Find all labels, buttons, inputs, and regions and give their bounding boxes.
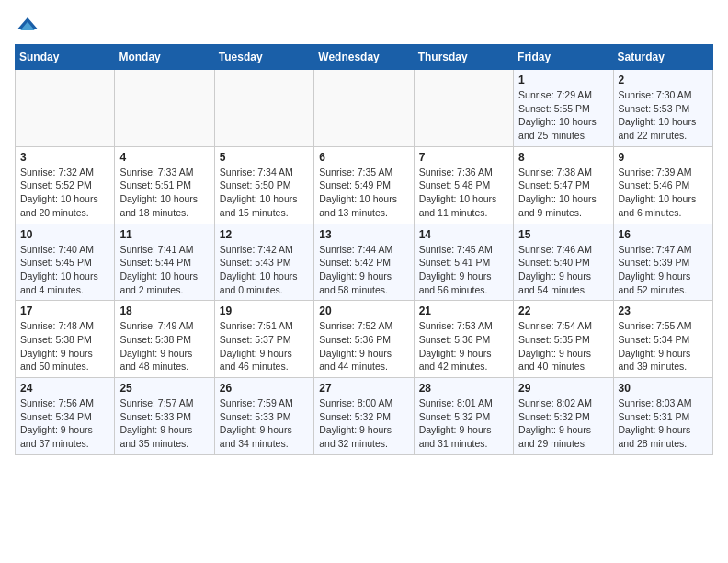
day-number: 28	[419, 382, 508, 395]
calendar-cell	[314, 70, 414, 147]
day-info: Sunrise: 7:44 AM Sunset: 5:42 PM Dayligh…	[319, 243, 408, 297]
day-number: 10	[20, 228, 109, 241]
calendar-cell: 28Sunrise: 8:01 AM Sunset: 5:32 PM Dayli…	[414, 378, 513, 455]
weekday-header-thursday: Thursday	[414, 45, 513, 70]
calendar-cell	[414, 70, 513, 147]
day-info: Sunrise: 7:46 AM Sunset: 5:40 PM Dayligh…	[518, 243, 608, 297]
day-info: Sunrise: 8:02 AM Sunset: 5:32 PM Dayligh…	[518, 396, 608, 451]
day-number: 16	[619, 228, 708, 241]
day-number: 27	[319, 382, 408, 395]
day-number: 23	[619, 304, 708, 317]
weekday-header-monday: Monday	[115, 45, 214, 70]
day-number: 17	[20, 304, 109, 317]
day-info: Sunrise: 7:39 AM Sunset: 5:46 PM Dayligh…	[619, 166, 708, 220]
calendar-cell: 6Sunrise: 7:35 AM Sunset: 5:49 PM Daylig…	[314, 146, 414, 224]
calendar-cell: 16Sunrise: 7:47 AM Sunset: 5:39 PM Dayli…	[613, 224, 712, 301]
day-info: Sunrise: 7:29 AM Sunset: 5:55 PM Dayligh…	[518, 88, 608, 143]
calendar-week-3: 10Sunrise: 7:40 AM Sunset: 5:45 PM Dayli…	[16, 224, 713, 301]
calendar-cell: 13Sunrise: 7:44 AM Sunset: 5:42 PM Dayli…	[314, 224, 414, 301]
day-number: 24	[20, 382, 109, 395]
logo	[15, 15, 44, 40]
day-number: 6	[319, 151, 408, 164]
day-info: Sunrise: 7:49 AM Sunset: 5:38 PM Dayligh…	[119, 319, 209, 373]
day-info: Sunrise: 7:57 AM Sunset: 5:33 PM Dayligh…	[119, 396, 209, 451]
calendar-cell: 14Sunrise: 7:45 AM Sunset: 5:41 PM Dayli…	[414, 224, 513, 301]
day-number: 11	[119, 228, 209, 241]
calendar-cell: 27Sunrise: 8:00 AM Sunset: 5:32 PM Dayli…	[314, 378, 414, 455]
calendar-cell: 18Sunrise: 7:49 AM Sunset: 5:38 PM Dayli…	[115, 301, 214, 378]
day-info: Sunrise: 7:34 AM Sunset: 5:50 PM Dayligh…	[220, 166, 309, 220]
day-info: Sunrise: 7:53 AM Sunset: 5:36 PM Dayligh…	[419, 319, 508, 373]
day-info: Sunrise: 7:48 AM Sunset: 5:38 PM Dayligh…	[20, 319, 109, 373]
day-info: Sunrise: 7:52 AM Sunset: 5:36 PM Dayligh…	[319, 319, 408, 373]
weekday-header-tuesday: Tuesday	[214, 45, 313, 70]
calendar-cell: 4Sunrise: 7:33 AM Sunset: 5:51 PM Daylig…	[115, 146, 214, 224]
calendar-cell: 23Sunrise: 7:55 AM Sunset: 5:34 PM Dayli…	[613, 301, 712, 378]
calendar-week-4: 17Sunrise: 7:48 AM Sunset: 5:38 PM Dayli…	[16, 301, 713, 378]
logo-icon	[15, 15, 40, 40]
day-info: Sunrise: 7:56 AM Sunset: 5:34 PM Dayligh…	[20, 396, 109, 451]
day-number: 1	[518, 74, 608, 86]
day-info: Sunrise: 7:33 AM Sunset: 5:51 PM Dayligh…	[119, 166, 209, 220]
day-info: Sunrise: 7:51 AM Sunset: 5:37 PM Dayligh…	[220, 319, 309, 373]
day-number: 15	[518, 228, 608, 241]
calendar-cell: 9Sunrise: 7:39 AM Sunset: 5:46 PM Daylig…	[613, 146, 712, 224]
day-number: 19	[220, 304, 309, 317]
calendar-cell: 15Sunrise: 7:46 AM Sunset: 5:40 PM Dayli…	[514, 224, 613, 301]
day-info: Sunrise: 7:35 AM Sunset: 5:49 PM Dayligh…	[319, 166, 408, 220]
day-info: Sunrise: 8:03 AM Sunset: 5:31 PM Dayligh…	[619, 396, 708, 451]
calendar-cell: 30Sunrise: 8:03 AM Sunset: 5:31 PM Dayli…	[613, 378, 712, 455]
day-info: Sunrise: 8:01 AM Sunset: 5:32 PM Dayligh…	[419, 396, 508, 451]
calendar-body: 1Sunrise: 7:29 AM Sunset: 5:55 PM Daylig…	[16, 70, 713, 455]
calendar-cell: 19Sunrise: 7:51 AM Sunset: 5:37 PM Dayli…	[214, 301, 313, 378]
calendar-cell: 26Sunrise: 7:59 AM Sunset: 5:33 PM Dayli…	[214, 378, 313, 455]
day-number: 8	[518, 151, 608, 164]
calendar-table: SundayMondayTuesdayWednesdayThursdayFrid…	[15, 44, 713, 455]
day-number: 2	[619, 74, 708, 86]
weekday-header-row: SundayMondayTuesdayWednesdayThursdayFrid…	[16, 45, 713, 70]
day-number: 14	[419, 228, 508, 241]
day-info: Sunrise: 7:42 AM Sunset: 5:43 PM Dayligh…	[220, 243, 309, 297]
day-info: Sunrise: 7:47 AM Sunset: 5:39 PM Dayligh…	[619, 243, 708, 297]
day-info: Sunrise: 7:45 AM Sunset: 5:41 PM Dayligh…	[419, 243, 508, 297]
day-number: 12	[220, 228, 309, 241]
day-number: 30	[619, 382, 708, 395]
page-header	[15, 15, 713, 40]
day-number: 25	[119, 382, 209, 395]
weekday-header-friday: Friday	[514, 45, 613, 70]
day-number: 9	[619, 151, 708, 164]
day-number: 29	[518, 382, 608, 395]
calendar-cell: 25Sunrise: 7:57 AM Sunset: 5:33 PM Dayli…	[115, 378, 214, 455]
day-info: Sunrise: 7:59 AM Sunset: 5:33 PM Dayligh…	[220, 396, 309, 451]
calendar-cell: 20Sunrise: 7:52 AM Sunset: 5:36 PM Dayli…	[314, 301, 414, 378]
day-number: 5	[220, 151, 309, 164]
day-info: Sunrise: 7:30 AM Sunset: 5:53 PM Dayligh…	[619, 88, 708, 143]
day-info: Sunrise: 7:36 AM Sunset: 5:48 PM Dayligh…	[419, 166, 508, 220]
day-number: 21	[419, 304, 508, 317]
weekday-header-wednesday: Wednesday	[314, 45, 414, 70]
day-info: Sunrise: 7:38 AM Sunset: 5:47 PM Dayligh…	[518, 166, 608, 220]
calendar-week-5: 24Sunrise: 7:56 AM Sunset: 5:34 PM Dayli…	[16, 378, 713, 455]
calendar-cell	[16, 70, 115, 147]
weekday-header-sunday: Sunday	[16, 45, 115, 70]
calendar-cell: 12Sunrise: 7:42 AM Sunset: 5:43 PM Dayli…	[214, 224, 313, 301]
day-info: Sunrise: 7:54 AM Sunset: 5:35 PM Dayligh…	[518, 319, 608, 373]
calendar-cell: 1Sunrise: 7:29 AM Sunset: 5:55 PM Daylig…	[514, 70, 613, 147]
calendar-cell: 8Sunrise: 7:38 AM Sunset: 5:47 PM Daylig…	[514, 146, 613, 224]
calendar-header: SundayMondayTuesdayWednesdayThursdayFrid…	[16, 45, 713, 70]
day-number: 3	[20, 151, 109, 164]
day-number: 7	[419, 151, 508, 164]
calendar-week-2: 3Sunrise: 7:32 AM Sunset: 5:52 PM Daylig…	[16, 146, 713, 224]
calendar-cell: 2Sunrise: 7:30 AM Sunset: 5:53 PM Daylig…	[613, 70, 712, 147]
day-info: Sunrise: 7:55 AM Sunset: 5:34 PM Dayligh…	[619, 319, 708, 373]
calendar-cell	[115, 70, 214, 147]
weekday-header-saturday: Saturday	[613, 45, 712, 70]
day-info: Sunrise: 7:32 AM Sunset: 5:52 PM Dayligh…	[20, 166, 109, 220]
day-info: Sunrise: 8:00 AM Sunset: 5:32 PM Dayligh…	[319, 396, 408, 451]
day-info: Sunrise: 7:40 AM Sunset: 5:45 PM Dayligh…	[20, 243, 109, 297]
day-number: 4	[119, 151, 209, 164]
calendar-cell: 10Sunrise: 7:40 AM Sunset: 5:45 PM Dayli…	[16, 224, 115, 301]
day-number: 18	[119, 304, 209, 317]
calendar-cell: 29Sunrise: 8:02 AM Sunset: 5:32 PM Dayli…	[514, 378, 613, 455]
day-number: 13	[319, 228, 408, 241]
